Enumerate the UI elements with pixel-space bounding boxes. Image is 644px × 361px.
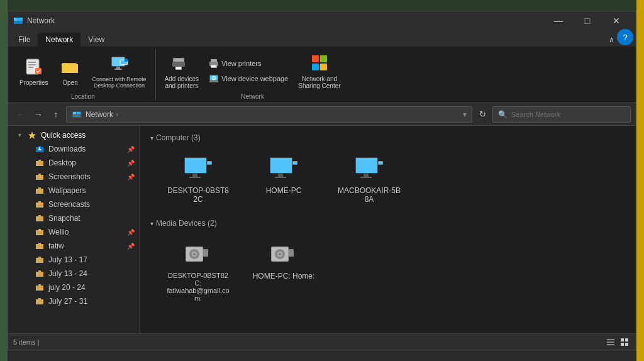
- svg-rect-36: [312, 55, 319, 62]
- quick-access-expand-icon: ▾: [18, 131, 26, 139]
- file-item-desktop-0bst82c[interactable]: DESKTOP-0BST82C: [160, 147, 236, 209]
- computer-label-3: MACBOOKAIR-5B8A: [336, 186, 402, 204]
- fatiw-pin-icon: 📌: [127, 243, 135, 250]
- close-button[interactable]: ✕: [602, 11, 631, 30]
- svg-rect-43: [73, 115, 80, 117]
- sidebar-item-desktop[interactable]: ▸ Desktop 📌: [8, 156, 140, 170]
- file-item-home-pc[interactable]: HOME-PC: [246, 147, 321, 209]
- sidebar-item-fatiw[interactable]: ▸ fatiw 📌: [8, 239, 140, 253]
- ribbon-toolbar: Properties Open: [8, 47, 636, 103]
- refresh-button[interactable]: ↻: [475, 107, 490, 122]
- computer-section-label: Computer (3): [156, 133, 201, 142]
- svg-rect-15: [114, 69, 122, 70]
- address-bar: ← → ↑ Network › ▾ ↻ 🔍: [8, 103, 636, 126]
- title-bar: Network — □ ✕: [8, 11, 636, 30]
- connect-remote-button[interactable]: Connect with RemoteDesktop Connection: [89, 49, 150, 93]
- ribbon-tabs: File Network View ∧ ?: [8, 30, 636, 47]
- sidebar-item-july13-24[interactable]: ▸ July 13 - 24: [8, 267, 140, 280]
- sidebar-item-snapchat[interactable]: ▸ Snapchat: [8, 211, 140, 225]
- properties-icon: [24, 57, 44, 77]
- list-view-button[interactable]: [604, 336, 617, 348]
- quick-access-label: Quick access: [41, 131, 86, 140]
- properties-button[interactable]: Properties: [16, 49, 52, 93]
- sidebar-item-wellio[interactable]: ▸ Wellio 📌: [8, 225, 140, 239]
- svg-rect-83: [621, 343, 624, 346]
- svg-rect-3: [14, 21, 23, 24]
- sidebar-item-screencasts[interactable]: ▸ Screencasts: [8, 197, 140, 211]
- view-printers-label: View printers: [221, 60, 261, 67]
- back-button[interactable]: ←: [13, 107, 28, 122]
- view-printers-button[interactable]: View printers: [205, 57, 292, 70]
- screencasts-folder-icon: [35, 199, 45, 209]
- wallpapers-folder-icon: [35, 186, 45, 196]
- address-path[interactable]: Network › ▾: [66, 106, 472, 123]
- help-button[interactable]: ?: [617, 29, 633, 45]
- svg-rect-82: [625, 338, 628, 342]
- open-button[interactable]: Open: [55, 49, 86, 93]
- tiles-view-button[interactable]: [618, 336, 631, 348]
- july2731-label: July 27 - 31: [48, 297, 87, 306]
- svg-rect-1: [14, 18, 18, 21]
- media-icon-2: [269, 238, 299, 268]
- view-device-webpage-button[interactable]: View device webpage: [205, 72, 292, 86]
- sidebar-item-wallpapers[interactable]: ▸ Wallpapers: [8, 184, 140, 197]
- file-item-media-2[interactable]: HOME-PC: Home:: [246, 233, 321, 307]
- webpage-icon: [209, 74, 219, 84]
- search-box: 🔍: [492, 106, 631, 123]
- svg-rect-37: [320, 55, 327, 62]
- ribbon-collapse-icon[interactable]: ∧: [609, 35, 614, 44]
- computer-label-2: HOME-PC: [266, 186, 302, 195]
- search-input[interactable]: [511, 111, 625, 118]
- file-item-macbook[interactable]: MACBOOKAIR-5B8A: [331, 147, 407, 209]
- section-media[interactable]: ▾ Media Devices (2): [150, 219, 626, 228]
- forward-button[interactable]: →: [31, 107, 46, 122]
- up-button[interactable]: ↑: [48, 107, 64, 122]
- sidebar-item-july27-31[interactable]: ▸ July 27 - 31: [8, 294, 140, 308]
- minimize-button[interactable]: —: [544, 11, 573, 30]
- media-label-2: HOME-PC: Home:: [253, 272, 315, 280]
- section-computer[interactable]: ▾ Computer (3): [150, 133, 626, 142]
- maximize-button[interactable]: □: [573, 11, 602, 30]
- network-sharing-icon: [309, 53, 330, 73]
- svg-rect-79: [607, 342, 614, 343]
- add-devices-button[interactable]: Add devicesand printers: [161, 49, 203, 93]
- sidebar-item-july20-24[interactable]: ▸ july 20 - 24: [8, 280, 140, 294]
- svg-rect-57: [275, 177, 286, 178]
- july2024-label: july 20 - 24: [48, 283, 86, 292]
- svg-rect-56: [278, 174, 283, 177]
- snapchat-folder-icon: [35, 213, 45, 223]
- tab-file[interactable]: File: [11, 33, 38, 47]
- svg-rect-14: [116, 67, 120, 69]
- window-title: Network: [27, 16, 544, 25]
- file-item-media-1[interactable]: DESKTOP-0BST82C:fatiwahab@gmail.com:: [160, 233, 236, 307]
- network-sharing-button[interactable]: Network andSharing Center: [294, 49, 344, 93]
- sidebar-item-screenshots[interactable]: ▸ Screenshots 📌: [8, 170, 140, 184]
- status-text: 5 items |: [13, 338, 604, 346]
- ribbon-group-network: Add devicesand printers Vi: [156, 49, 350, 100]
- explorer-window: Network — □ ✕ File Network View ∧ ?: [8, 11, 636, 350]
- location-group-label: Location: [16, 93, 150, 101]
- sidebar-section-quick-access[interactable]: ▾ Quick access: [8, 128, 140, 142]
- downloads-folder-icon: [35, 144, 45, 154]
- svg-rect-11: [62, 65, 78, 73]
- screencasts-label: Screencasts: [48, 200, 90, 209]
- sidebar-item-july13-17[interactable]: ▸ July 13 - 17: [8, 253, 140, 267]
- app-icon: [13, 16, 23, 26]
- tab-view[interactable]: View: [80, 33, 112, 47]
- tab-network[interactable]: Network: [38, 33, 80, 47]
- sidebar-item-downloads[interactable]: ▸ Downloads 📌: [8, 142, 140, 156]
- svg-rect-49: [185, 158, 206, 173]
- file-area: ▾ Computer (3): [140, 126, 636, 333]
- svg-rect-61: [356, 158, 377, 173]
- path-dropdown-icon[interactable]: ▾: [463, 110, 467, 119]
- svg-rect-81: [621, 338, 624, 342]
- svg-rect-7: [28, 64, 36, 65]
- view-device-webpage-label: View device webpage: [221, 75, 288, 82]
- fatiw-folder-icon: [35, 241, 45, 251]
- svg-rect-41: [73, 112, 76, 114]
- svg-rect-29: [211, 65, 216, 67]
- svg-rect-53: [208, 162, 211, 164]
- desktop-label: Desktop: [48, 158, 76, 167]
- sidebar: ▾ Quick access ▸ Downl: [8, 126, 140, 333]
- main-content: ▾ Quick access ▸ Downl: [8, 126, 636, 333]
